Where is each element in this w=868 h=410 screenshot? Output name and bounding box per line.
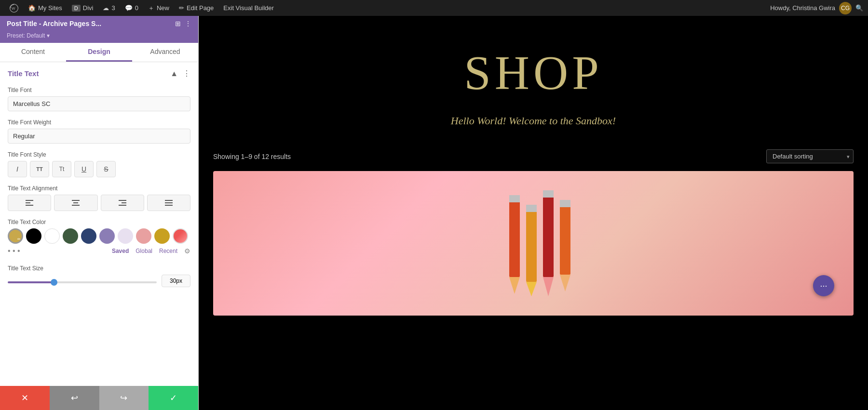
collapse-icon[interactable]: ▲ [170, 69, 178, 78]
svg-marker-18 [526, 282, 537, 296]
more-icon[interactable]: ⋮ [185, 20, 191, 27]
uppercase-btn[interactable]: TT [30, 161, 49, 177]
title-text-color-label: Title Text Color [8, 219, 190, 225]
my-sites-item[interactable]: 🏠 My Sites [23, 0, 67, 16]
slider-container [8, 277, 157, 285]
color-tabs: Saved Global Recent ⚙ [112, 247, 190, 255]
results-bar: Showing 1–9 of 12 results Default sortin… [199, 142, 868, 171]
title-font-weight-group: Title Font Weight Regular [0, 115, 198, 147]
title-font-label: Title Font [8, 87, 190, 93]
svg-rect-11 [165, 200, 173, 201]
undo-button[interactable]: ↩ [50, 386, 99, 410]
align-right-btn[interactable] [101, 195, 144, 211]
redo-button[interactable]: ↪ [99, 386, 149, 410]
svg-rect-8 [119, 200, 126, 201]
svg-rect-23 [560, 205, 570, 275]
color-swatch-edit[interactable] [173, 228, 188, 244]
section-title: Title Text [8, 69, 39, 78]
preset-label[interactable]: Preset: Default [7, 32, 45, 39]
tab-design[interactable]: Design [66, 43, 132, 62]
preset-arrow[interactable]: ▾ [47, 32, 50, 39]
sorting-wrapper: Default sorting Sort by popularity Sort … [766, 149, 854, 163]
svg-rect-12 [165, 202, 173, 203]
panel-footer: ✕ ↩ ↪ ✓ [0, 386, 198, 410]
align-left-btn[interactable] [8, 195, 51, 211]
size-input[interactable]: 30px [162, 275, 190, 287]
svg-text:W: W [12, 6, 15, 11]
title-text-alignment-label: Title Text Alignment [8, 185, 190, 192]
svg-rect-9 [122, 202, 126, 203]
svg-rect-7 [72, 205, 80, 206]
exit-visual-builder-item[interactable]: Exit Visual Builder [218, 0, 279, 16]
edit-icon: ✏ [179, 4, 184, 12]
color-swatch-gold[interactable] [154, 228, 170, 244]
wp-logo-item[interactable]: W [5, 0, 23, 16]
color-tab-saved[interactable]: Saved [112, 248, 129, 254]
sorting-select[interactable]: Default sorting Sort by popularity Sort … [766, 149, 854, 163]
plus-icon: ＋ [148, 4, 154, 13]
color-swatch-dark-blue[interactable] [81, 228, 96, 244]
align-justify-btn[interactable] [147, 195, 190, 211]
svg-marker-21 [543, 277, 554, 296]
svg-rect-22 [543, 190, 554, 198]
size-row: 30px [8, 275, 190, 287]
new-item[interactable]: ＋ New [143, 0, 174, 16]
color-swatch-light-purple[interactable] [118, 228, 133, 244]
svg-rect-19 [526, 205, 537, 212]
user-info: Howdy, Christina Gwira CG 🔍 [770, 2, 863, 14]
floating-menu-button[interactable]: ··· [813, 275, 834, 296]
italic-btn[interactable]: I [8, 161, 27, 177]
product-area: ··· [199, 171, 868, 330]
title-font-weight-label: Title Font Weight [8, 119, 190, 126]
color-swatch-picker-active[interactable]: ✏ [8, 228, 23, 244]
divi-item[interactable]: D Divi [67, 0, 98, 16]
title-font-group: Title Font Marcellus SC [0, 83, 198, 115]
save-button[interactable]: ✓ [149, 386, 198, 410]
underline-btn[interactable]: U [74, 161, 94, 177]
svg-marker-24 [560, 275, 570, 291]
title-font-weight-select[interactable]: Regular [8, 129, 190, 144]
svg-rect-25 [560, 200, 570, 207]
color-swatch-pink[interactable] [136, 228, 151, 244]
color-swatch-purple[interactable] [99, 228, 115, 244]
tab-content[interactable]: Content [0, 43, 66, 62]
panel-tabs: Content Design Advanced [0, 43, 198, 62]
section-header-actions: ▲ ⋮ [170, 69, 190, 78]
cancel-button[interactable]: ✕ [0, 386, 50, 410]
edit-page-item[interactable]: ✏ Edit Page [174, 0, 218, 16]
main-layout: Post Title - Archive Pages S... ⊞ ⋮ Pres… [0, 16, 868, 410]
comment-item[interactable]: 💬 0 [120, 0, 143, 16]
search-icon[interactable]: 🔍 [855, 4, 863, 12]
title-text-alignment-group: Title Text Alignment [0, 181, 198, 215]
alignment-buttons [8, 195, 190, 211]
panel-header: Post Title - Archive Pages S... ⊞ ⋮ [0, 16, 198, 31]
shop-subtitle: Hello World! Welcome to the Sandbox! [208, 115, 858, 127]
size-slider[interactable] [8, 281, 157, 283]
svg-rect-17 [526, 210, 537, 282]
color-tab-global[interactable]: Global [136, 248, 152, 254]
color-swatch-dark-green[interactable] [63, 228, 78, 244]
title-font-select[interactable]: Marcellus SC [8, 96, 190, 111]
section-more-icon[interactable]: ⋮ [183, 69, 190, 78]
color-swatch-black[interactable] [26, 228, 41, 244]
svg-rect-10 [119, 205, 126, 206]
svg-rect-5 [72, 200, 80, 201]
tab-advanced[interactable]: Advanced [132, 43, 198, 62]
color-tab-recent[interactable]: Recent [159, 248, 177, 254]
wp-admin-bar: W 🏠 My Sites D Divi ☁ 3 💬 0 ＋ New ✏ Edit… [0, 0, 868, 16]
capitalize-btn[interactable]: Tt [52, 161, 71, 177]
avatar: CG [839, 2, 852, 14]
cloud-item[interactable]: ☁ 3 [98, 0, 120, 16]
svg-rect-20 [543, 195, 554, 277]
grid-icon[interactable]: ⊞ [175, 20, 181, 27]
title-font-style-group: Title Font Style I TT Tt U S [0, 147, 198, 181]
floating-dots-icon: ··· [820, 281, 827, 291]
strikethrough-btn[interactable]: S [96, 161, 116, 177]
color-gear-icon[interactable]: ⚙ [184, 247, 190, 255]
align-center-btn[interactable] [54, 195, 97, 211]
color-swatch-white[interactable] [44, 228, 60, 244]
title-font-style-label: Title Font Style [8, 151, 190, 158]
left-panel: Post Title - Archive Pages S... ⊞ ⋮ Pres… [0, 16, 199, 410]
svg-rect-16 [509, 195, 520, 202]
color-more-dots[interactable]: • • • [8, 247, 20, 255]
